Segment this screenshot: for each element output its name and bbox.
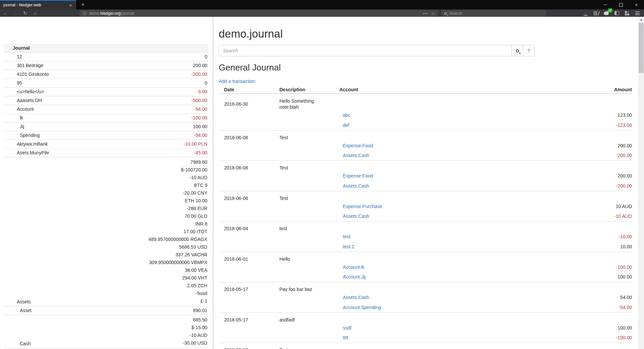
address-bar[interactable]: i demo.hledger.org/journal ••• ☆ [79, 10, 438, 16]
balance-amount: $-15.00 [92, 324, 207, 332]
sidebar-account-link[interactable]: Aktywa:mBank [17, 141, 48, 147]
transaction-row[interactable]: 2018-06-08Test [219, 161, 632, 171]
sidebar-account-balance: 100.00 [92, 122, 209, 131]
sidebar-account-name: Asset [4, 306, 92, 315]
posting-account-link[interactable]: Account:lk [339, 264, 365, 270]
back-icon[interactable]: ← [0, 10, 10, 16]
forward-icon[interactable]: → [10, 10, 20, 16]
sidebar-toggle-icon[interactable] [611, 10, 622, 16]
posting-account-link[interactable]: Assets:Cash [339, 295, 369, 300]
sidebar-account-link[interactable]: Aaasets:DH [17, 98, 42, 103]
posting-account-link[interactable]: Expense:Food [339, 173, 373, 179]
posting-row: Assets:Cash-200.00 [219, 181, 632, 191]
window-minimize-button[interactable] [598, 0, 613, 9]
sidebar-account-link[interactable]: Spending [20, 133, 40, 138]
browser-tab[interactable]: journal - hledger-web × [0, 0, 76, 9]
balance-amount: -10.00 PLN [92, 141, 207, 147]
transaction-row[interactable]: 2018-05-17asdfadf [219, 312, 632, 323]
scrollbar-up-arrow[interactable]: ▲ [638, 17, 644, 22]
sidebar-account-balance: 7989.60$-100720.00-10 AUDBTC 9-20.00 CNY… [92, 157, 209, 306]
transaction-date: 2018-06-01 [219, 252, 277, 262]
transaction-date: 2018-05-17 [219, 343, 277, 349]
posting-account-link[interactable]: Assets:Cash [339, 153, 369, 158]
transaction-description: Hello Something note:blah [277, 94, 337, 110]
new-tab-button[interactable]: + [79, 1, 87, 8]
add-transaction-link[interactable]: Add a transaction [219, 79, 255, 84]
posting-account-link[interactable]: Assets:Cash [339, 213, 369, 219]
transaction-row[interactable]: 2018-05-17Pay foo bar baz [219, 282, 632, 293]
window-close-button[interactable]: × [629, 0, 644, 9]
transaction-date: 2018-06-08 [219, 161, 277, 171]
transaction-row[interactable]: 2018-06-08Test [219, 130, 632, 141]
journal-search-form: ? [219, 45, 535, 56]
transaction-row[interactable]: 2018-06-06Test [219, 191, 632, 201]
sidebar-account-link[interactable]: Jij [20, 124, 24, 129]
sidebar-account-balance: 890.01 [92, 306, 209, 315]
balance-amount: 100.00 [92, 123, 207, 130]
journal-search-button[interactable] [512, 45, 523, 56]
transaction-date: 2018-06-30 [219, 94, 277, 110]
downloads-icon[interactable]: ↓ [580, 10, 591, 16]
posting-account-link[interactable]: test 2 [339, 244, 354, 249]
posting-account-link[interactable]: def [339, 122, 349, 128]
sidebar-account-link[interactable]: Assets [17, 299, 31, 304]
sidebar-account-name: lk [4, 114, 92, 122]
balance-amount: 309.950000000000 VBMPX [92, 259, 207, 266]
transaction-description: Test [277, 191, 337, 201]
posting-account-link[interactable]: abc [339, 112, 351, 118]
transaction-row[interactable]: 2018-06-30Hello Something note:blah [219, 94, 632, 110]
page-actions-icon[interactable]: ••• [423, 11, 428, 15]
sidebar-account-link[interactable]: 12 [17, 54, 22, 59]
reload-icon[interactable]: ↻ [20, 10, 30, 16]
sidebar-account-link[interactable]: 95 [17, 80, 22, 86]
vertical-scrollbar[interactable]: ▲ [638, 17, 644, 349]
tab-title: journal - hledger-web [3, 3, 68, 7]
posting-account-link[interactable]: Account:Spending [339, 305, 381, 310]
sidebar-account-link[interactable]: 301 Beiträge [17, 63, 43, 68]
sidebar-account-link[interactable]: Asets:MunyPile [17, 150, 49, 155]
posting-account-link[interactable]: ssdf [339, 325, 352, 331]
accounts-sidebar: Journal 120301 Beiträge200.004101 Giroko… [4, 44, 209, 349]
grid-plus-icon[interactable]: + [622, 10, 632, 16]
browser-search-box[interactable]: Search [441, 10, 546, 16]
home-icon[interactable]: ⌂ [30, 10, 40, 16]
posting-account-link[interactable]: Account:Jij [339, 274, 366, 280]
balance-amount: 7989.60 [92, 158, 207, 166]
transaction-row[interactable]: 2018-06-04test [219, 221, 632, 232]
sidebar-account-row: Jij100.00 [4, 122, 209, 131]
sidebar-account-name: 95 [4, 79, 92, 88]
transaction-row[interactable]: 2018-06-01Hello [219, 252, 632, 262]
posting-account-link[interactable]: tttt [339, 335, 348, 340]
menu-icon[interactable] [632, 10, 643, 16]
bookmark-star-icon[interactable]: ☆ [431, 11, 435, 16]
transaction-description: Test [277, 161, 337, 171]
transaction-description: asdfadf [277, 312, 337, 323]
sidebar-account-row: Assets7989.60$-100720.00-10 AUDBTC 9-20.… [4, 157, 209, 306]
posting-row: Assets:Cash-200.00 [219, 151, 632, 161]
sidebar-account-link[interactable]: lk [20, 115, 23, 120]
page-title: demo.journal [219, 28, 632, 40]
balance-amount: £-1 [92, 297, 207, 305]
extension-icon[interactable]: 0 [601, 10, 611, 16]
posting-account-link[interactable]: Expense:Purchase [339, 204, 382, 209]
search-help-button[interactable]: ? [523, 45, 535, 56]
posting-account-link[interactable]: Expense:Food [339, 143, 373, 148]
sidebar-account-link[interactable]: Account [17, 106, 34, 112]
tab-close-icon[interactable]: × [68, 3, 73, 8]
journal-search-input[interactable] [219, 45, 512, 56]
transaction-row[interactable]: 2018-05-17Test [219, 343, 632, 349]
sidebar-account-link[interactable]: Asset [20, 308, 32, 313]
sidebar-account-link[interactable]: Cash [20, 341, 31, 346]
library-icon[interactable] [591, 10, 601, 16]
posting-account-link[interactable]: test [339, 234, 351, 239]
scrollbar-thumb[interactable] [639, 23, 644, 73]
sidebar-journal-link[interactable]: Journal [13, 45, 30, 51]
posting-account-link[interactable]: Assets:Cash [339, 183, 369, 189]
sidebar-account-row: Spending-94.00 [4, 131, 209, 140]
window-restore-button[interactable] [613, 0, 629, 9]
site-info-icon[interactable]: i [83, 11, 87, 15]
sidebar-account-link[interactable]: <u>hello</u> [17, 89, 44, 94]
sidebar-account-link[interactable]: 4101 Girokonto [17, 71, 49, 77]
posting-row: Account:lk-100.00 [219, 262, 632, 272]
balance-amount: 200.00 [92, 62, 207, 69]
